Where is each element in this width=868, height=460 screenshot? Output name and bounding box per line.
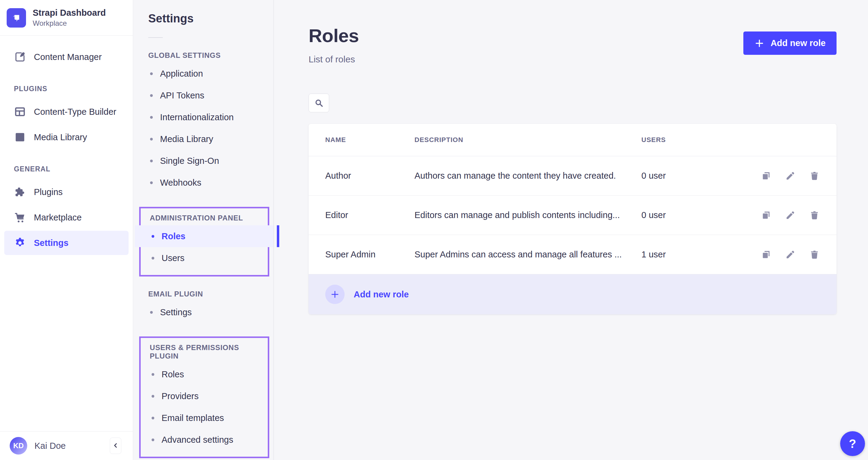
settings-subnav: Settings GLOBAL SETTINGS Application API… — [133, 0, 274, 460]
pencil-icon — [785, 171, 796, 181]
footer-add-new-role-label: Add new role — [354, 289, 409, 299]
bullet-icon — [152, 395, 154, 398]
row-actions — [717, 210, 820, 221]
page-header: Roles List of roles Add new role — [309, 0, 837, 64]
column-header-name: NAME — [325, 136, 414, 144]
user-name: Kai Doe — [34, 441, 102, 451]
collapse-sidebar-button[interactable] — [110, 438, 121, 454]
table-row-super-admin[interactable]: Super Admin Super Admins can access and … — [309, 235, 837, 275]
table-row-author[interactable]: Author Authors can manage the content th… — [309, 156, 837, 196]
subnav-item-roles-active[interactable]: Roles — [135, 225, 274, 247]
sidebar-item-plugins[interactable]: Plugins — [4, 180, 129, 204]
group-label: GLOBAL SETTINGS — [133, 51, 274, 60]
add-new-role-button[interactable]: Add new role — [743, 31, 837, 55]
subnav-item-label: Email templates — [161, 413, 224, 423]
bullet-icon — [150, 73, 153, 75]
sidebar-section-plugins: PLUGINS — [0, 85, 133, 93]
layout-icon — [14, 106, 26, 118]
bullet-icon — [150, 160, 153, 162]
help-button[interactable]: ? — [840, 431, 865, 456]
delete-role-button[interactable] — [809, 210, 820, 221]
add-new-role-footer-button[interactable]: Add new role — [309, 275, 837, 314]
group-label: USERS & PERMISSIONS PLUGIN — [141, 343, 268, 361]
cart-icon — [14, 211, 26, 224]
subnav-item-media-library[interactable]: Media Library — [133, 128, 274, 150]
workspace-brand[interactable]: Strapi Dashboard Workplace — [0, 0, 133, 36]
delete-role-button[interactable] — [809, 171, 820, 181]
bullet-icon — [152, 373, 154, 376]
subnav-item-label: API Tokens — [160, 90, 204, 100]
main-sidebar: Strapi Dashboard Workplace Content Manag… — [0, 0, 133, 460]
subnav-item-webhooks[interactable]: Webhooks — [133, 172, 274, 194]
edit-role-button[interactable] — [785, 210, 796, 221]
subnav-item-label: Settings — [160, 307, 192, 317]
subnav-item-users[interactable]: Users — [141, 247, 268, 269]
duplicate-role-button[interactable] — [761, 210, 772, 221]
subnav-item-label: Webhooks — [160, 178, 202, 188]
bullet-icon — [152, 235, 154, 238]
edit-role-button[interactable] — [785, 171, 796, 181]
subnav-item-application[interactable]: Application — [133, 63, 274, 85]
image-icon — [14, 131, 26, 143]
role-name: Editor — [325, 210, 414, 220]
subnav-group-global-settings: GLOBAL SETTINGS Application API Tokens I… — [133, 51, 274, 194]
chevron-left-icon — [112, 441, 120, 450]
sidebar-item-settings[interactable]: Settings — [4, 231, 129, 255]
duplicate-icon — [761, 210, 771, 221]
bullet-icon — [152, 438, 154, 441]
sidebar-item-media-library[interactable]: Media Library — [4, 125, 129, 149]
column-header-users: USERS — [641, 136, 717, 144]
subnav-item-providers[interactable]: Providers — [141, 385, 268, 407]
table-header-row: NAME DESCRIPTION USERS — [309, 124, 837, 156]
strapi-logo-icon — [7, 8, 26, 28]
subnav-item-label: Roles — [161, 231, 185, 241]
bullet-icon — [150, 94, 153, 97]
search-button[interactable] — [309, 93, 329, 112]
subnav-divider — [148, 37, 163, 38]
row-actions — [717, 249, 820, 260]
subnav-item-label: Providers — [161, 391, 199, 401]
sidebar-item-content-manager[interactable]: Content Manager — [4, 45, 129, 69]
sidebar-item-label: Plugins — [34, 187, 63, 197]
gear-icon — [14, 237, 26, 249]
subnav-item-email-settings[interactable]: Settings — [133, 301, 274, 323]
duplicate-role-button[interactable] — [761, 249, 772, 260]
sidebar-nav: Content Manager PLUGINS Content-Type Bui… — [0, 36, 133, 431]
subnav-item-label: Media Library — [160, 134, 213, 144]
sidebar-item-label: Media Library — [34, 132, 87, 142]
subnav-item-label: Users — [161, 253, 185, 263]
plus-circle-icon — [325, 285, 345, 304]
delete-role-button[interactable] — [809, 249, 820, 260]
subnav-item-internationalization[interactable]: Internationalization — [133, 106, 274, 128]
subnav-item-email-templates[interactable]: Email templates — [141, 407, 268, 429]
avatar[interactable]: KD — [10, 437, 27, 455]
edit-role-button[interactable] — [785, 249, 796, 260]
subnav-item-api-tokens[interactable]: API Tokens — [133, 85, 274, 106]
subnav-item-advanced-settings[interactable]: Advanced settings — [141, 429, 268, 451]
subnav-item-single-sign-on[interactable]: Single Sign-On — [133, 150, 274, 172]
bullet-icon — [152, 417, 154, 420]
roles-table-card: NAME DESCRIPTION USERS Author Authors ca… — [309, 124, 837, 314]
column-header-description: DESCRIPTION — [414, 136, 641, 144]
subnav-item-up-roles[interactable]: Roles — [141, 364, 268, 385]
role-description: Super Admins can access and manage all f… — [414, 250, 641, 260]
role-users-count: 0 user — [641, 171, 717, 181]
bullet-icon — [152, 257, 154, 260]
sidebar-item-content-type-builder[interactable]: Content-Type Builder — [4, 99, 129, 124]
sidebar-item-label: Settings — [34, 238, 68, 248]
trash-icon — [809, 210, 819, 221]
sidebar-item-marketplace[interactable]: Marketplace — [4, 205, 129, 230]
trash-icon — [809, 171, 819, 181]
duplicate-role-button[interactable] — [761, 171, 772, 181]
subnav-title: Settings — [133, 12, 274, 25]
bullet-icon — [150, 138, 153, 141]
group-label: EMAIL PLUGIN — [133, 290, 274, 298]
puzzle-icon — [14, 186, 26, 198]
role-name: Super Admin — [325, 250, 414, 260]
table-row-editor[interactable]: Editor Editors can manage and publish co… — [309, 196, 837, 235]
role-users-count: 1 user — [641, 250, 717, 260]
add-new-role-label: Add new role — [771, 38, 826, 48]
bullet-icon — [150, 181, 153, 184]
pencil-icon — [785, 210, 796, 221]
role-users-count: 0 user — [641, 210, 717, 220]
